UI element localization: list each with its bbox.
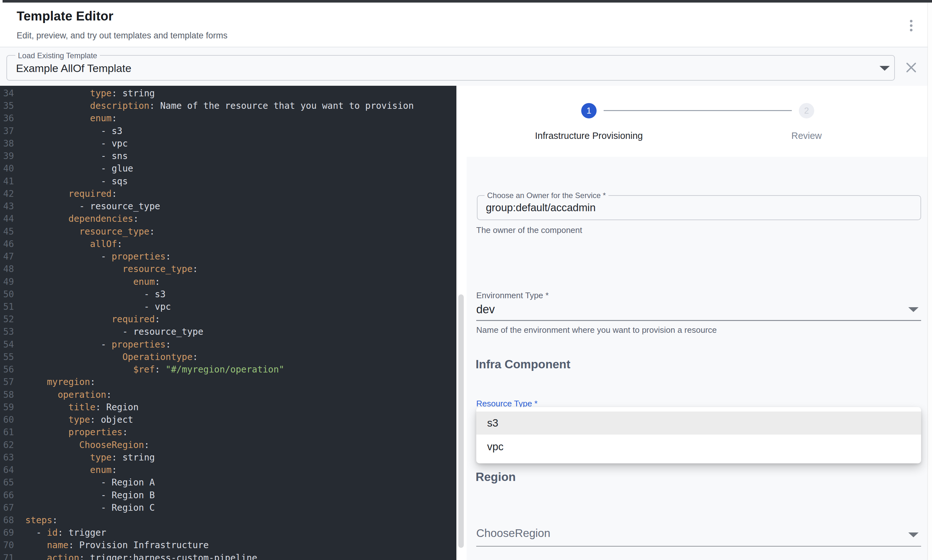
template-form-pane: 1 2 Infrastructure Provisioning Review C…: [467, 86, 927, 560]
kebab-menu-icon[interactable]: [906, 18, 916, 34]
load-template-label: Load Existing Template: [15, 51, 100, 60]
window-top-bar: [3, 0, 932, 3]
menu-item-s3[interactable]: s3: [476, 412, 921, 435]
code-line: 66 - Region B: [0, 489, 457, 502]
line-number: 59: [0, 401, 25, 414]
code-line: 40 - glue: [0, 162, 457, 175]
stepper-connector: [604, 110, 792, 111]
code-line: 45 resource_type:: [0, 225, 457, 238]
line-number: 63: [0, 451, 25, 464]
code-line: 34 type: string: [0, 87, 457, 100]
owner-field-label: Choose an Owner for the Service *: [484, 191, 608, 200]
code-line: 37 - s3: [0, 125, 457, 137]
code-line: 51 - vpc: [0, 300, 457, 313]
line-number: 36: [0, 112, 25, 125]
page-title: Template Editor: [17, 9, 113, 23]
line-number: 66: [0, 489, 25, 502]
line-number: 37: [0, 125, 25, 137]
line-number: 48: [0, 263, 25, 275]
code-line: 52 required:: [0, 313, 457, 325]
code-line: 43 - resource_type: [0, 200, 457, 212]
chevron-down-icon: [908, 532, 918, 537]
line-number: 71: [0, 552, 25, 560]
step-1-indicator[interactable]: 1: [581, 103, 597, 118]
line-number: 64: [0, 464, 25, 476]
line-number: 49: [0, 275, 25, 288]
code-line: 48 resource_type:: [0, 263, 457, 275]
region-heading: Region: [475, 471, 515, 484]
environment-underline: [476, 320, 921, 321]
environment-helper-text: Name of the environment where you want t…: [476, 325, 717, 335]
code-line: 55 Operationtype:: [0, 351, 457, 363]
code-line: 41 - sqs: [0, 175, 457, 188]
code-line: 58 operation:: [0, 388, 457, 401]
line-number: 50: [0, 288, 25, 300]
line-number: 54: [0, 338, 25, 351]
line-number: 44: [0, 212, 25, 225]
code-line: 65 - Region A: [0, 476, 457, 489]
line-number: 45: [0, 225, 25, 238]
code-line: 53 - resource_type: [0, 325, 457, 338]
page-header: Template Editor Edit, preview, and try o…: [0, 3, 932, 47]
line-number: 69: [0, 526, 25, 539]
code-line: 54 - properties:: [0, 338, 457, 351]
owner-field[interactable]: Choose an Owner for the Service * group:…: [477, 195, 921, 220]
code-line: 36 enum:: [0, 112, 457, 125]
page-subtitle: Edit, preview, and try out templates and…: [17, 31, 228, 41]
template-editor-page: Template Editor Edit, preview, and try o…: [0, 0, 932, 560]
code-line: 63 type: string: [0, 451, 457, 464]
environment-select[interactable]: dev: [476, 303, 495, 316]
code-line: 70 name: Provision Infrastructure: [0, 539, 457, 551]
line-number: 43: [0, 200, 25, 212]
line-number: 70: [0, 539, 25, 551]
code-line: 61 properties:: [0, 426, 457, 438]
step-2-indicator[interactable]: 2: [799, 103, 814, 118]
chevron-down-icon: [880, 66, 890, 71]
line-number: 40: [0, 162, 25, 175]
line-number: 56: [0, 363, 25, 376]
editor-scrollbar-thumb[interactable]: [458, 294, 464, 548]
infra-component-heading: Infra Component: [475, 358, 571, 371]
choose-region-underline: [476, 546, 921, 546]
template-loader-row: Load Existing Template Example AllOf Tem…: [0, 48, 932, 86]
line-number: 38: [0, 137, 25, 150]
step-2-number: 2: [804, 106, 809, 116]
line-number: 53: [0, 325, 25, 338]
menu-item-vpc[interactable]: vpc: [476, 435, 921, 459]
line-number: 41: [0, 175, 25, 188]
step-1-number: 1: [586, 106, 591, 116]
choose-region-select[interactable]: ChooseRegion: [476, 527, 551, 540]
code-line: 71 action: trigger:harness-custom-pipeli…: [0, 552, 457, 560]
code-line: 35 description: Name of the resource tha…: [0, 100, 457, 112]
yaml-code-editor[interactable]: 34 type: string35 description: Name of t…: [0, 86, 457, 560]
line-number: 68: [0, 514, 25, 526]
line-number: 62: [0, 439, 25, 451]
code-line: 38 - vpc: [0, 137, 457, 150]
code-line: 69 - id: trigger: [0, 526, 457, 539]
line-number: 39: [0, 150, 25, 162]
code-line: 39 - sns: [0, 150, 457, 162]
code-line: 44 dependencies:: [0, 212, 457, 225]
load-template-select[interactable]: Load Existing Template Example AllOf Tem…: [6, 55, 895, 81]
editor-scrollbar-track: [457, 86, 467, 560]
line-number: 34: [0, 87, 25, 100]
code-line: 57 myregion:: [0, 376, 457, 388]
code-line: 47 - properties:: [0, 250, 457, 263]
code-line: 67 - Region C: [0, 502, 457, 514]
line-number: 55: [0, 351, 25, 363]
code-line: 46 allOf:: [0, 238, 457, 250]
line-number: 60: [0, 414, 25, 426]
line-number: 67: [0, 502, 25, 514]
close-icon[interactable]: [905, 62, 917, 74]
code-line: 42 required:: [0, 188, 457, 200]
chevron-down-icon: [908, 307, 918, 312]
line-number: 42: [0, 188, 25, 200]
line-number: 47: [0, 250, 25, 263]
resource-type-dropdown-menu: s3 vpc: [476, 407, 921, 463]
owner-helper-text: The owner of the component: [476, 225, 582, 235]
line-number: 58: [0, 388, 25, 401]
code-line: 59 title: Region: [0, 401, 457, 414]
code-line: 56 $ref: "#/myregion/operation": [0, 363, 457, 376]
page-scrollbar-track[interactable]: [927, 3, 932, 560]
owner-field-value: group:default/accadmin: [486, 202, 596, 214]
